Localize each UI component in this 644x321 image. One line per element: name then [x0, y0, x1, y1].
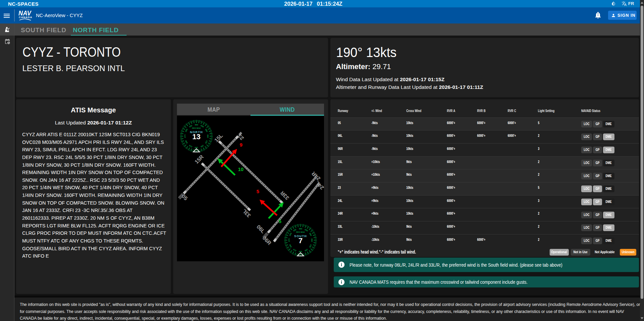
svg-text:270: 270	[288, 238, 290, 242]
svg-text:10: 10	[238, 166, 244, 172]
svg-text:9: 9	[240, 142, 242, 148]
svg-text:090: 090	[207, 134, 209, 138]
svg-text:5: 5	[279, 218, 281, 224]
svg-text:7: 7	[298, 236, 303, 245]
svg-text:270: 270	[184, 134, 186, 138]
svg-text:360: 360	[299, 227, 303, 229]
svg-text:360: 360	[195, 123, 198, 125]
svg-text:090: 090	[311, 238, 313, 242]
svg-text:13: 13	[192, 132, 200, 141]
svg-text:5: 5	[257, 189, 259, 194]
svg-text:DEG MAG: DEG MAG	[296, 231, 305, 233]
svg-text:DEG MAG: DEG MAG	[192, 127, 201, 129]
